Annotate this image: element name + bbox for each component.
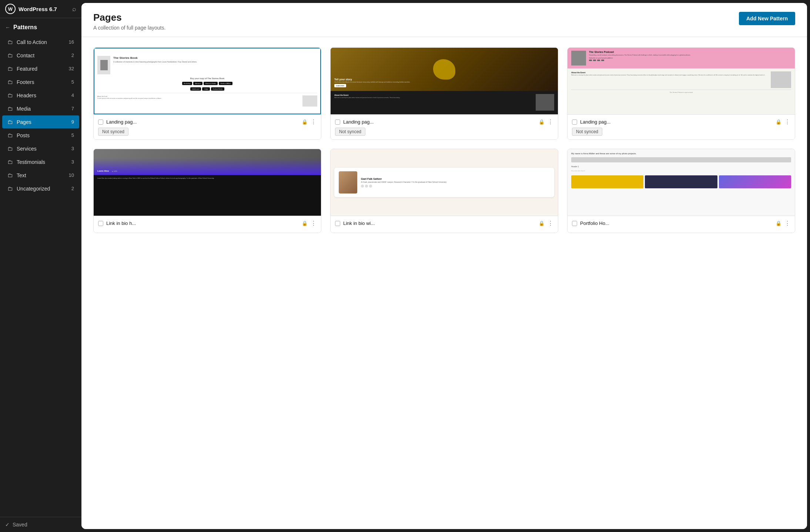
nav-count-text: 10 — [69, 172, 74, 178]
sidebar-item-headers[interactable]: 🗀 Headers 4 — [2, 89, 79, 102]
pattern-preview-portfolio[interactable]: My name is Anna Müller and these are som… — [568, 149, 795, 216]
pattern-card-portfolio: My name is Anna Müller and these are som… — [567, 149, 795, 233]
folder-icon: 🗀 — [7, 52, 13, 58]
pattern-card-link-bio-h: Lewis Hine ig: hj23c Lewis Hine (as stud… — [93, 149, 321, 233]
lock-icon: 🔒 — [302, 119, 308, 125]
pattern-preview-landing-2[interactable]: Tell your story Use flowers that blend o… — [331, 48, 558, 114]
back-arrow-icon: ← — [5, 24, 10, 30]
sidebar-item-media[interactable]: 🗀 Media 7 — [2, 102, 79, 115]
nav-count-posts: 5 — [71, 132, 74, 138]
pattern-checkbox-landing-2[interactable] — [335, 119, 340, 125]
page-title: Pages — [93, 12, 165, 23]
pattern-checkbox-link-bio-h[interactable] — [98, 221, 103, 226]
nav-label-call-to-action: Call to Action — [17, 39, 47, 45]
page-header: Pages A collection of full page layouts.… — [81, 3, 807, 37]
folder-icon: 🗀 — [7, 79, 13, 85]
more-options-icon[interactable]: ⋮ — [311, 118, 317, 125]
pattern-name-link-bio-w: Link in bio wi... — [343, 220, 536, 226]
not-synced-badge: Not synced — [98, 128, 128, 136]
nav-count-headers: 4 — [71, 92, 74, 98]
more-options-icon[interactable]: ⋮ — [548, 118, 553, 125]
nav-count-pages: 9 — [71, 119, 74, 125]
page-subtitle: A collection of full page layouts. — [93, 25, 165, 31]
nav-count-contact: 2 — [71, 53, 74, 58]
sidebar-item-uncategorized[interactable]: 🗀 Uncategorized 2 — [2, 182, 79, 195]
wp-logo-icon: W — [5, 4, 16, 14]
more-options-icon[interactable]: ⋮ — [311, 220, 317, 227]
nav-label-posts: Posts — [17, 132, 30, 138]
nav-label-featured: Featured — [17, 66, 37, 72]
saved-label: Saved — [13, 522, 27, 528]
folder-icon: 🗀 — [7, 132, 13, 138]
nav-label-contact: Contact — [17, 53, 34, 58]
add-new-pattern-button[interactable]: Add New Pattern — [739, 12, 795, 25]
sidebar-item-call-to-action[interactable]: 🗀 Call to Action 16 — [2, 36, 79, 48]
lock-icon: 🔒 — [776, 220, 781, 226]
pattern-preview-link-bio-w[interactable]: Gael Falk Sattzer Al Gael, passionate an… — [331, 149, 558, 216]
sidebar-item-text[interactable]: 🗀 Text 10 — [2, 169, 79, 182]
nav-label-pages: Pages — [17, 119, 31, 125]
sidebar-item-posts[interactable]: 🗀 Posts 5 — [2, 129, 79, 142]
folder-icon: 🗀 — [7, 185, 13, 192]
nav-label-headers: Headers — [17, 92, 36, 98]
folder-icon: 🗀 — [7, 65, 13, 72]
sidebar-navigation: 🗀 Call to Action 16 🗀 Contact 2 🗀 Featur… — [0, 34, 81, 517]
nav-label-footers: Footers — [17, 79, 34, 85]
pattern-checkbox-link-bio-w[interactable] — [335, 221, 340, 226]
pattern-preview-landing-1[interactable]: The Stories Book A collection of moments… — [94, 48, 321, 114]
lock-icon: 🔒 — [539, 220, 545, 226]
nav-label-services: Services — [17, 146, 37, 152]
folder-icon: 🗀 — [7, 159, 13, 165]
sidebar-footer: ✓ Saved — [0, 517, 81, 532]
folder-icon: 🗀 — [7, 105, 13, 112]
pattern-card-landing-2: Tell your story Use flowers that blend o… — [330, 47, 558, 140]
nav-label-uncategorized: Uncategorized — [17, 186, 50, 192]
sidebar-item-testimonials[interactable]: 🗀 Testimonials 3 — [2, 155, 79, 168]
pattern-name-landing-1: Landing pag... — [106, 119, 299, 125]
sidebar-item-contact[interactable]: 🗀 Contact 2 — [2, 49, 79, 62]
pattern-preview-link-bio-h[interactable]: Lewis Hine ig: hj23c Lewis Hine (as stud… — [94, 149, 321, 216]
folder-icon: 🗀 — [7, 92, 13, 98]
patterns-back-label: Patterns — [13, 24, 37, 31]
more-options-icon[interactable]: ⋮ — [784, 220, 790, 227]
pattern-footer-portfolio: Portfolio Ho... 🔒 ⋮ — [568, 216, 795, 233]
nav-count-uncategorized: 2 — [71, 186, 74, 191]
sidebar-item-services[interactable]: 🗀 Services 3 — [2, 142, 79, 155]
pattern-preview-landing-3[interactable]: The Stories Podcast Storytelling, candid… — [568, 48, 795, 114]
pattern-checkbox-landing-1[interactable] — [98, 119, 103, 125]
sidebar-item-pages[interactable]: 🗀 Pages 9 — [2, 115, 79, 128]
nav-count-footers: 5 — [71, 79, 74, 85]
patterns-grid: The Stories Book A collection of moments… — [93, 47, 795, 233]
search-icon[interactable]: ⌕ — [72, 5, 76, 13]
nav-label-testimonials: Testimonials — [17, 159, 45, 165]
pattern-checkbox-portfolio[interactable] — [572, 221, 577, 226]
pattern-checkbox-landing-3[interactable] — [572, 119, 577, 125]
folder-icon: 🗀 — [7, 39, 13, 45]
nav-count-media: 7 — [71, 106, 74, 111]
pattern-footer-link-bio-w: Link in bio wi... 🔒 ⋮ — [331, 216, 558, 233]
not-synced-badge: Not synced — [335, 128, 365, 136]
pattern-card-landing-3: The Stories Podcast Storytelling, candid… — [567, 47, 795, 140]
lock-icon: 🔒 — [302, 220, 308, 226]
sidebar: W WordPress 6.7 ⌕ ← Patterns 🗀 Call to A… — [0, 0, 81, 532]
lock-icon: 🔒 — [776, 119, 781, 125]
lock-icon: 🔒 — [539, 119, 545, 125]
pattern-card-link-bio-w: Gael Falk Sattzer Al Gael, passionate an… — [330, 149, 558, 233]
pattern-footer-link-bio-h: Link in bio h... 🔒 ⋮ — [94, 216, 321, 233]
pattern-name-portfolio: Portfolio Ho... — [580, 220, 773, 226]
pattern-name-link-bio-h: Link in bio h... — [106, 220, 299, 226]
pattern-footer-landing-3: Landing pag... 🔒 ⋮ Not synced — [568, 114, 795, 139]
app-logo: W WordPress 6.7 — [5, 4, 57, 14]
nav-label-media: Media — [17, 106, 31, 112]
main-content: Pages A collection of full page layouts.… — [81, 3, 807, 529]
more-options-icon[interactable]: ⋮ — [784, 118, 790, 125]
patterns-back-nav[interactable]: ← Patterns — [0, 18, 81, 34]
sidebar-item-footers[interactable]: 🗀 Footers 5 — [2, 75, 79, 88]
pattern-name-landing-3: Landing pag... — [580, 119, 773, 125]
patterns-grid-container: The Stories Book A collection of moments… — [81, 37, 807, 529]
folder-icon: 🗀 — [7, 119, 13, 125]
sidebar-item-featured[interactable]: 🗀 Featured 32 — [2, 62, 79, 75]
sidebar-header: W WordPress 6.7 ⌕ — [0, 0, 81, 18]
title-area: Pages A collection of full page layouts. — [93, 12, 165, 31]
more-options-icon[interactable]: ⋮ — [548, 220, 553, 227]
